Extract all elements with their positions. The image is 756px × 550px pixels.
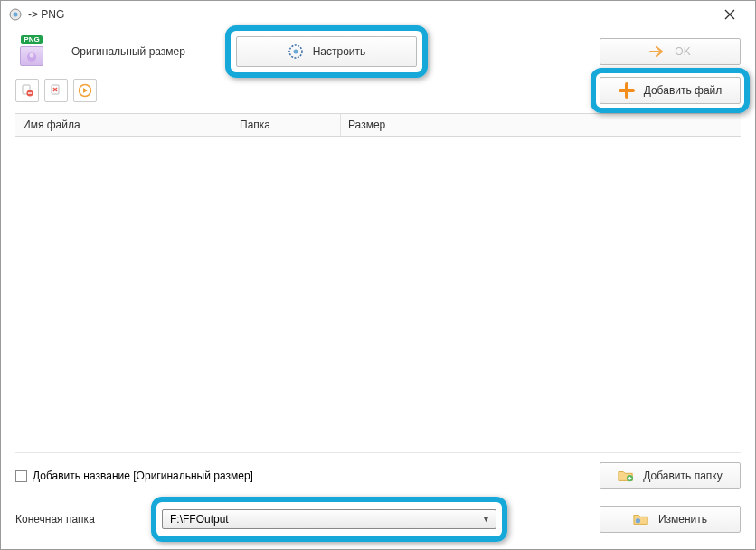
bottom-panel: Добавить название [Оригинальный размер] … [1, 453, 755, 549]
app-icon [8, 7, 23, 22]
configure-button[interactable]: Настроить [236, 36, 417, 67]
format-badge: PNG [21, 35, 42, 44]
add-folder-label: Добавить папку [643, 469, 722, 482]
column-filename[interactable]: Имя файла [15, 114, 232, 136]
toolbar-row: Добавить файл [1, 71, 755, 113]
configure-label: Настроить [313, 45, 366, 58]
column-size[interactable]: Размер [341, 114, 741, 136]
table-header: Имя файла Папка Размер [15, 113, 741, 137]
folder-plus-icon [618, 468, 634, 484]
format-label: Оригинальный размер [71, 45, 185, 58]
svg-point-12 [636, 518, 640, 523]
clear-list-button[interactable] [44, 79, 68, 102]
output-folder-combo[interactable]: F:\FFOutput ▼ [162, 509, 496, 529]
file-list[interactable] [15, 137, 741, 453]
change-folder-button[interactable]: Изменить [600, 506, 741, 533]
svg-point-3 [30, 53, 34, 58]
gear-icon [288, 43, 304, 60]
add-name-label: Добавить название [Оригинальный размер] [33, 469, 253, 482]
add-folder-button[interactable]: Добавить папку [600, 462, 741, 489]
arrow-right-icon [649, 43, 666, 60]
format-icon: PNG [15, 35, 48, 68]
plus-icon [619, 82, 635, 99]
svg-point-5 [293, 50, 298, 54]
ok-button[interactable]: OK [600, 38, 741, 65]
svg-point-1 [14, 13, 18, 17]
chevron-down-icon: ▼ [482, 515, 490, 524]
ok-label: OK [675, 45, 690, 58]
titlebar: -> PNG [1, 1, 755, 28]
svg-rect-8 [28, 92, 32, 93]
output-folder-value: F:\FFOutput [170, 513, 229, 526]
window-title: -> PNG [28, 8, 712, 21]
remove-file-button[interactable] [15, 79, 39, 102]
output-folder-label: Конечная папка [15, 513, 151, 526]
change-folder-label: Изменить [658, 513, 707, 526]
add-file-label: Добавить файл [644, 84, 723, 97]
add-file-button[interactable]: Добавить файл [600, 77, 741, 104]
column-folder[interactable]: Папка [232, 114, 341, 136]
top-row: PNG Оригинальный размер Настроить OK [1, 28, 755, 71]
add-name-checkbox[interactable] [15, 470, 27, 482]
dialog-window: -> PNG PNG Оригинальный размер Настроить [0, 0, 756, 550]
close-button[interactable] [712, 2, 748, 27]
folder-open-icon [633, 511, 649, 527]
play-button[interactable] [73, 79, 97, 102]
